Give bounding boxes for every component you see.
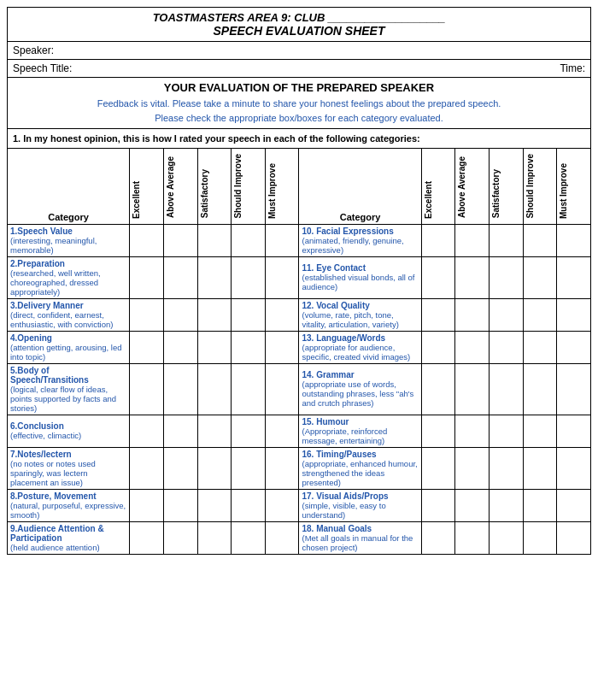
checkbox-cell-left[interactable]	[163, 489, 197, 521]
checkbox-cell-right[interactable]	[421, 256, 455, 298]
checkbox-cell-left[interactable]	[163, 224, 197, 256]
checkbox-cell-left[interactable]	[197, 489, 232, 521]
checkbox-cell-right[interactable]	[455, 415, 490, 447]
right-category-cell: 12. Vocal Quality(volume, rate, pitch, t…	[299, 298, 421, 331]
checkbox-cell-right[interactable]	[455, 521, 490, 554]
checkbox-cell-right[interactable]	[523, 256, 557, 298]
checkbox-cell-right[interactable]	[455, 256, 490, 298]
checkbox-cell-left[interactable]	[197, 331, 232, 363]
checkbox-cell-right[interactable]	[557, 489, 591, 521]
checkbox-cell-left[interactable]	[265, 224, 299, 256]
checkbox-cell-right[interactable]	[523, 224, 557, 256]
page-header: TOASTMASTERS AREA 9: CLUB ______________…	[7, 7, 591, 41]
checkbox-cell-left[interactable]	[130, 521, 164, 554]
checkbox-cell-left[interactable]	[265, 256, 299, 298]
checkbox-cell-right[interactable]	[523, 363, 557, 415]
checkbox-cell-left[interactable]	[197, 521, 232, 554]
checkbox-cell-left[interactable]	[197, 256, 232, 298]
checkbox-cell-left[interactable]	[163, 298, 197, 331]
checkbox-cell-left[interactable]	[197, 363, 232, 415]
checkbox-cell-right[interactable]	[421, 363, 455, 415]
checkbox-cell-left[interactable]	[232, 489, 266, 521]
checkbox-cell-right[interactable]	[455, 224, 490, 256]
checkbox-cell-right[interactable]	[421, 489, 455, 521]
checkbox-cell-right[interactable]	[490, 447, 524, 489]
checkbox-cell-left[interactable]	[197, 298, 232, 331]
checkbox-cell-right[interactable]	[490, 256, 524, 298]
checkbox-cell-left[interactable]	[232, 521, 266, 554]
cat-desc-right: (appropriate for audience, specific, cre…	[302, 343, 410, 362]
checkbox-cell-left[interactable]	[232, 224, 266, 256]
checkbox-cell-left[interactable]	[232, 256, 266, 298]
checkbox-cell-left[interactable]	[130, 447, 164, 489]
checkbox-cell-left[interactable]	[130, 363, 164, 415]
checkbox-cell-left[interactable]	[265, 298, 299, 331]
checkbox-cell-right[interactable]	[455, 298, 490, 331]
checkbox-cell-right[interactable]	[421, 331, 455, 363]
checkbox-cell-left[interactable]	[130, 298, 164, 331]
checkbox-cell-right[interactable]	[421, 447, 455, 489]
checkbox-cell-right[interactable]	[490, 521, 524, 554]
checkbox-cell-right[interactable]	[523, 331, 557, 363]
right-category-cell: 16. Timing/Pauses(appropriate, enhanced …	[299, 447, 421, 489]
checkbox-cell-left[interactable]	[130, 415, 164, 447]
table-row: 2.Preparation(researched, well written, …	[8, 256, 591, 298]
checkbox-cell-right[interactable]	[523, 489, 557, 521]
speaker-label: Speaker:	[13, 44, 54, 56]
checkbox-cell-right[interactable]	[421, 224, 455, 256]
checkbox-cell-right[interactable]	[490, 363, 524, 415]
checkbox-cell-right[interactable]	[523, 298, 557, 331]
checkbox-cell-right[interactable]	[421, 415, 455, 447]
checkbox-cell-left[interactable]	[163, 521, 197, 554]
checkbox-cell-left[interactable]	[232, 447, 266, 489]
checkbox-cell-left[interactable]	[265, 447, 299, 489]
checkbox-cell-right[interactable]	[455, 489, 490, 521]
checkbox-cell-left[interactable]	[232, 298, 266, 331]
checkbox-cell-left[interactable]	[130, 256, 164, 298]
speech-title-row: Speech Title: Time:	[7, 59, 591, 77]
checkbox-cell-left[interactable]	[232, 415, 266, 447]
checkbox-cell-right[interactable]	[557, 256, 591, 298]
table-header-row: Category Excellent Above Average Satisfa…	[8, 149, 591, 225]
checkbox-cell-right[interactable]	[523, 447, 557, 489]
checkbox-cell-right[interactable]	[557, 447, 591, 489]
checkbox-cell-left[interactable]	[163, 447, 197, 489]
checkbox-cell-right[interactable]	[557, 331, 591, 363]
checkbox-cell-left[interactable]	[265, 331, 299, 363]
checkbox-cell-left[interactable]	[163, 256, 197, 298]
checkbox-cell-left[interactable]	[232, 363, 266, 415]
checkbox-cell-left[interactable]	[163, 415, 197, 447]
checkbox-cell-left[interactable]	[130, 489, 164, 521]
cat-name-left: 9.Audience Attention & Participation	[10, 524, 104, 543]
checkbox-cell-right[interactable]	[557, 363, 591, 415]
checkbox-cell-left[interactable]	[265, 521, 299, 554]
checkbox-cell-left[interactable]	[197, 415, 232, 447]
checkbox-cell-left[interactable]	[163, 363, 197, 415]
checkbox-cell-right[interactable]	[421, 521, 455, 554]
checkbox-cell-left[interactable]	[130, 224, 164, 256]
checkbox-cell-left[interactable]	[197, 447, 232, 489]
checkbox-cell-right[interactable]	[490, 489, 524, 521]
checkbox-cell-left[interactable]	[265, 363, 299, 415]
checkbox-cell-right[interactable]	[455, 447, 490, 489]
checkbox-cell-right[interactable]	[523, 415, 557, 447]
checkbox-cell-left[interactable]	[265, 415, 299, 447]
checkbox-cell-right[interactable]	[557, 521, 591, 554]
checkbox-cell-left[interactable]	[232, 331, 266, 363]
checkbox-cell-left[interactable]	[163, 331, 197, 363]
checkbox-cell-right[interactable]	[557, 298, 591, 331]
checkbox-cell-right[interactable]	[557, 415, 591, 447]
checkbox-cell-right[interactable]	[490, 331, 524, 363]
checkbox-cell-right[interactable]	[490, 415, 524, 447]
checkbox-cell-left[interactable]	[197, 224, 232, 256]
checkbox-cell-right[interactable]	[523, 521, 557, 554]
checkbox-cell-right[interactable]	[490, 298, 524, 331]
checkbox-cell-right[interactable]	[455, 363, 490, 415]
checkbox-cell-right[interactable]	[455, 331, 490, 363]
checkbox-cell-right[interactable]	[490, 224, 524, 256]
checkbox-cell-left[interactable]	[265, 489, 299, 521]
checkbox-cell-right[interactable]	[421, 298, 455, 331]
checkbox-cell-right[interactable]	[557, 224, 591, 256]
cat-name-right: 10. Facial Expressions	[302, 226, 393, 236]
checkbox-cell-left[interactable]	[130, 331, 164, 363]
